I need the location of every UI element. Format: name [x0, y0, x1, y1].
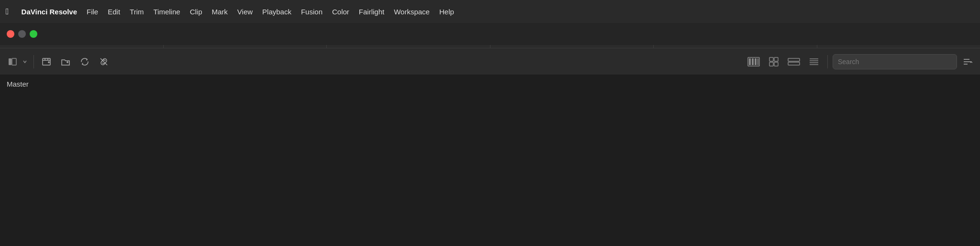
- sidebar-toggle-group: [5, 54, 30, 69]
- menu-item-playback[interactable]: Playback: [257, 6, 296, 18]
- sync-icon: [79, 56, 90, 67]
- menu-item-color[interactable]: Color: [327, 6, 354, 18]
- sidebar-chevron-button[interactable]: [20, 54, 30, 69]
- new-bin-icon: [41, 56, 52, 67]
- menu-bar:  DaVinci Resolve File Edit Trim Timelin…: [0, 0, 980, 23]
- minimize-button[interactable]: [18, 30, 26, 38]
- sort-icon: [963, 57, 972, 67]
- sidebar-icon: [8, 57, 17, 67]
- auto-sync-button[interactable]: [76, 53, 93, 70]
- menu-item-trim[interactable]: Trim: [125, 6, 148, 18]
- svg-rect-12: [774, 62, 778, 66]
- content-area: Master: [0, 75, 980, 93]
- sort-button[interactable]: [960, 54, 975, 69]
- toolbar-right: [745, 54, 975, 69]
- menu-item-timeline[interactable]: Timeline: [149, 6, 185, 18]
- svg-rect-9: [769, 57, 773, 61]
- menu-item-fusion[interactable]: Fusion: [296, 6, 327, 18]
- svg-rect-14: [788, 62, 800, 65]
- menu-item-clip[interactable]: Clip: [185, 6, 207, 18]
- unlink-icon: [99, 56, 109, 67]
- svg-rect-1: [12, 58, 16, 65]
- timeline-icon: [788, 57, 800, 67]
- svg-rect-8: [757, 58, 758, 65]
- grid-view-button[interactable]: [765, 54, 782, 69]
- svg-rect-0: [9, 58, 11, 65]
- apple-logo: : [6, 7, 9, 17]
- list-icon: [809, 56, 819, 67]
- menu-item-help[interactable]: Help: [434, 6, 459, 18]
- svg-rect-13: [788, 58, 800, 61]
- master-label: Master: [7, 80, 29, 88]
- new-folder-button[interactable]: [57, 53, 74, 70]
- menu-item-workspace[interactable]: Workspace: [389, 6, 434, 18]
- scrub-ruler: [0, 45, 980, 48]
- toolbar-left: [5, 53, 743, 70]
- filmstrip-icon: [747, 57, 760, 67]
- menu-item-davinci-resolve[interactable]: DaVinci Resolve: [17, 6, 82, 18]
- timeline-view-button[interactable]: [785, 54, 802, 69]
- chevron-down-icon: [22, 59, 27, 64]
- separator-2: [827, 55, 828, 68]
- new-folder-icon: [60, 56, 71, 67]
- menu-item-view[interactable]: View: [233, 6, 257, 18]
- separator-1: [33, 55, 34, 68]
- traffic-lights: [0, 23, 980, 45]
- menu-item-mark[interactable]: Mark: [207, 6, 232, 18]
- unlink-button[interactable]: [95, 53, 112, 70]
- list-view-button[interactable]: [805, 54, 823, 69]
- svg-rect-5: [749, 58, 751, 65]
- maximize-button[interactable]: [30, 30, 37, 38]
- toolbar: [0, 48, 980, 75]
- new-bin-button[interactable]: [38, 53, 55, 70]
- svg-rect-7: [755, 58, 757, 65]
- sidebar-toggle-button[interactable]: [5, 54, 20, 69]
- filmstrip-view-button[interactable]: [745, 54, 762, 69]
- grid-icon: [768, 56, 779, 67]
- svg-rect-10: [774, 57, 778, 61]
- menu-item-fairlight[interactable]: Fairlight: [354, 6, 389, 18]
- close-button[interactable]: [7, 30, 14, 38]
- empty-content-area: [0, 93, 980, 246]
- svg-rect-6: [752, 58, 754, 65]
- search-input[interactable]: [833, 54, 957, 69]
- menu-item-edit[interactable]: Edit: [103, 6, 125, 18]
- svg-rect-11: [769, 62, 773, 66]
- menu-item-file[interactable]: File: [82, 6, 103, 18]
